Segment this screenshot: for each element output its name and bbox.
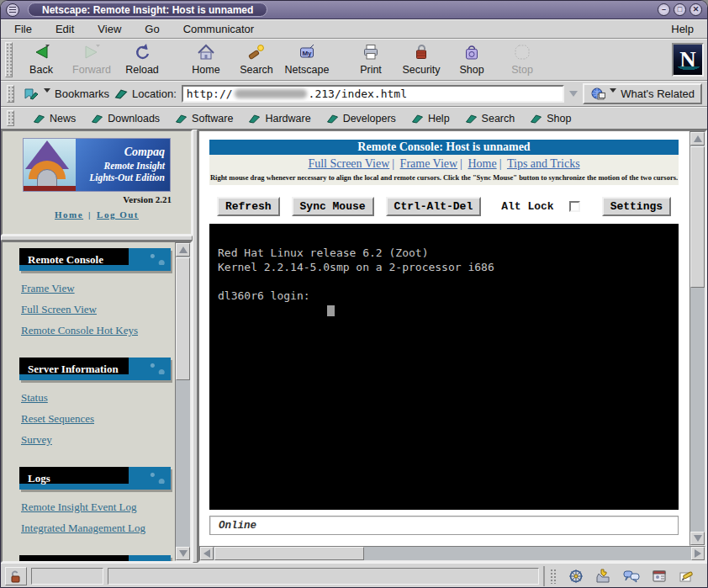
menu-help[interactable]: Help bbox=[671, 23, 694, 35]
link-reset-sequences[interactable]: Reset Sequences bbox=[21, 412, 175, 426]
netscape-n-logo[interactable]: N bbox=[672, 43, 704, 77]
home-icon bbox=[196, 43, 216, 61]
settings-button[interactable]: Settings bbox=[602, 197, 671, 216]
whats-related-caret-icon bbox=[610, 88, 616, 93]
sidebar-scrollbar[interactable] bbox=[175, 242, 191, 561]
sidebar-logo-frame: Compaq Remote Insight Lights-Out Edition… bbox=[1, 130, 193, 236]
alt-lock-checkbox[interactable] bbox=[569, 201, 580, 212]
ptb-news[interactable]: News bbox=[33, 113, 76, 124]
section-header-logs: Logs bbox=[19, 467, 171, 490]
stop-icon bbox=[512, 43, 532, 61]
ptb-developers[interactable]: Developers bbox=[326, 113, 396, 124]
remote-console-screen[interactable]: Red Hat Linux release 6.2 (Zoot) Kernel … bbox=[209, 224, 679, 510]
main-hscroll-thumb[interactable] bbox=[214, 547, 364, 560]
ptb-downloads[interactable]: Downloads bbox=[91, 113, 160, 124]
window-controls: – □ ✕ bbox=[658, 3, 702, 16]
main-scroll-up-icon[interactable] bbox=[690, 132, 705, 146]
link-home-top[interactable]: Home bbox=[468, 157, 496, 170]
main-scroll-right-icon[interactable] bbox=[691, 547, 705, 560]
stop-button[interactable]: Stop bbox=[497, 40, 547, 79]
personalbar-grip[interactable] bbox=[7, 110, 14, 126]
close-button[interactable]: ✕ bbox=[690, 3, 702, 16]
ctrl-alt-del-button[interactable]: Ctrl-Alt-Del bbox=[386, 197, 482, 216]
main-vertical-scrollbar[interactable] bbox=[690, 131, 705, 546]
main-scroll-thumb[interactable] bbox=[690, 146, 705, 288]
toolbar-grip[interactable] bbox=[5, 42, 13, 77]
sidebar-scroll-up-icon[interactable] bbox=[176, 243, 190, 257]
mailbox-icon[interactable] bbox=[595, 569, 612, 584]
logo-artwork bbox=[24, 139, 76, 191]
security-lock-icon bbox=[411, 43, 431, 61]
console-login-prompt: dl360r6 login: bbox=[218, 289, 670, 303]
link-full-screen-view-top[interactable]: Full Screen View bbox=[308, 157, 389, 170]
link-frame-view-top[interactable]: Frame View bbox=[400, 157, 458, 170]
refresh-button[interactable]: Refresh bbox=[217, 197, 280, 216]
locationbar-grip[interactable] bbox=[7, 85, 14, 103]
back-button[interactable]: Back bbox=[16, 40, 66, 79]
menu-view[interactable]: View bbox=[98, 23, 121, 35]
bookmarks-button[interactable]: Bookmarks bbox=[23, 87, 109, 100]
link-full-screen-view[interactable]: Full Screen View bbox=[21, 303, 175, 316]
menu-communicator[interactable]: Communicator bbox=[183, 23, 255, 35]
logout-link[interactable]: Log Out bbox=[97, 209, 139, 220]
sidebar-scroll-thumb[interactable] bbox=[176, 257, 190, 380]
menu-go[interactable]: Go bbox=[145, 23, 159, 35]
ptb-shop[interactable]: Shop bbox=[530, 113, 571, 124]
composer-icon[interactable] bbox=[679, 569, 695, 584]
section-header-remote-console: Remote Console bbox=[19, 248, 171, 271]
link-survey[interactable]: Survey bbox=[21, 433, 175, 447]
address-book-icon[interactable] bbox=[651, 569, 668, 584]
url-input[interactable]: http:// .213/index.html bbox=[182, 85, 564, 103]
ptb-help[interactable]: Help bbox=[411, 113, 450, 124]
navigator-icon[interactable] bbox=[568, 569, 584, 584]
component-bar-grip[interactable] bbox=[550, 569, 557, 584]
reload-button[interactable]: Reload bbox=[117, 40, 167, 79]
console-toolbar: Refresh Sync Mouse Ctrl-Alt-Del Alt Lock… bbox=[209, 197, 679, 216]
bookmark-tag-icon bbox=[175, 114, 188, 124]
print-icon bbox=[361, 43, 381, 61]
titlebar[interactable]: Netscape: Remote Insight: Host is unname… bbox=[1, 1, 707, 19]
bookmarks-icon bbox=[23, 87, 40, 100]
ptb-hardware[interactable]: Hardware bbox=[248, 113, 310, 124]
whats-related-button[interactable]: What's Related bbox=[583, 83, 702, 104]
forward-button[interactable]: Forward bbox=[66, 40, 117, 79]
netscape-button[interactable]: My Netscape bbox=[282, 40, 332, 79]
sync-mouse-button[interactable]: Sync Mouse bbox=[292, 197, 374, 216]
menu-edit[interactable]: Edit bbox=[55, 23, 74, 35]
home-link[interactable]: Home bbox=[55, 209, 83, 220]
main-scroll-down-icon[interactable] bbox=[690, 532, 705, 545]
main-scroll-left-icon[interactable] bbox=[200, 547, 214, 560]
section-header-power: Power bbox=[19, 555, 171, 561]
security-button[interactable]: Security bbox=[396, 40, 446, 79]
home-button[interactable]: Home bbox=[181, 40, 231, 79]
mouse-sync-instructions: Right mouse drag whenever necessary to a… bbox=[209, 173, 679, 182]
link-tips-and-tricks[interactable]: Tips and Tricks bbox=[507, 157, 580, 170]
nav-band: Full Screen View| Frame View| Home| Tips… bbox=[209, 155, 679, 185]
search-button[interactable]: Search bbox=[231, 40, 282, 79]
security-status-button[interactable] bbox=[5, 567, 27, 585]
window-menu-icon[interactable] bbox=[6, 3, 19, 17]
shop-button[interactable]: Shop bbox=[446, 40, 497, 79]
console-cursor-line bbox=[218, 303, 670, 317]
url-history-dropdown[interactable] bbox=[569, 91, 578, 97]
link-status[interactable]: Status bbox=[21, 391, 175, 405]
ptb-software[interactable]: Software bbox=[175, 113, 233, 124]
minimize-button[interactable]: – bbox=[658, 3, 670, 16]
main-horizontal-scrollbar[interactable] bbox=[199, 546, 705, 561]
sidebar-scroll-down-icon[interactable] bbox=[176, 547, 190, 560]
console-line: Kernel 2.2.14-5.0smp on a 2-processor i6… bbox=[218, 260, 670, 274]
location-bar: Bookmarks Location: http:// .213/index.h… bbox=[1, 81, 707, 107]
print-button[interactable]: Print bbox=[346, 40, 396, 79]
link-integrated-management-log[interactable]: Integrated Management Log bbox=[21, 522, 175, 535]
main-toolbar: Back Forward Reload Home Search My Netsc… bbox=[1, 39, 707, 81]
maximize-button[interactable]: □ bbox=[674, 3, 686, 16]
link-remote-console-hot-keys[interactable]: Remote Console Hot Keys bbox=[21, 324, 175, 337]
section-links: Frame View Full Screen View Remote Conso… bbox=[21, 282, 175, 337]
link-frame-view[interactable]: Frame View bbox=[21, 282, 175, 295]
sidebar-column: Compaq Remote Insight Lights-Out Edition… bbox=[1, 130, 193, 563]
discussions-icon[interactable] bbox=[623, 569, 640, 584]
link-remote-insight-event-log[interactable]: Remote Insight Event Log bbox=[21, 501, 175, 514]
ptb-search[interactable]: Search bbox=[465, 113, 515, 124]
page-title: Remote Console: Host is unnamed bbox=[209, 140, 679, 155]
menu-file[interactable]: File bbox=[14, 23, 32, 35]
